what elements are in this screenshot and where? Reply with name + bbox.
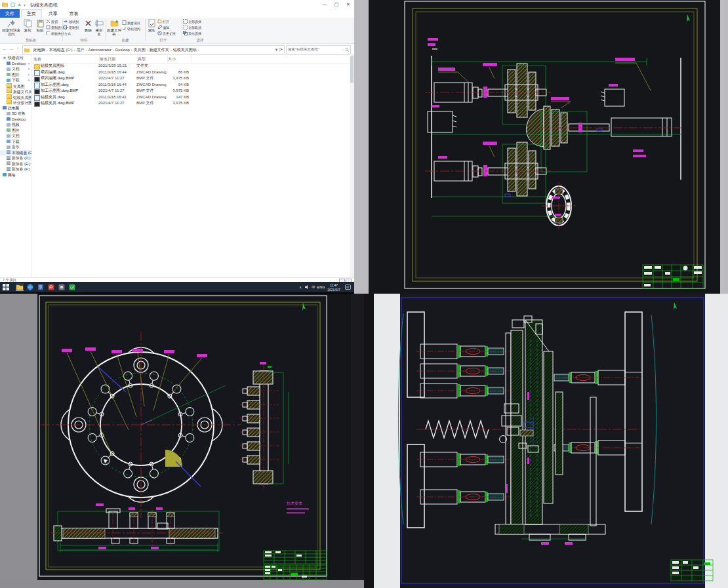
item-icon <box>7 167 10 171</box>
search-input[interactable] <box>287 46 344 52</box>
breadcrumb-item[interactable]: Administrator <box>87 46 112 54</box>
tab-home[interactable]: 主页 <box>21 9 42 18</box>
scrollbar-thumb[interactable] <box>350 56 354 83</box>
maximize-button[interactable]: ▢ <box>331 0 342 9</box>
breadcrumb-item[interactable]: 用户 <box>75 46 85 54</box>
sidebar-item[interactable]: 下载✦ <box>0 77 31 83</box>
file-row[interactable]: 双四油嘴.dwg.BMP 2021/4/7 11:27 BMP 文件 3,975… <box>31 75 350 82</box>
sidebar-item[interactable]: 新加卷 (D:) <box>0 155 31 161</box>
sidebar-quick-access-header[interactable]: 快速访问 <box>0 55 31 61</box>
clock[interactable]: 11:47 2021/4/7 <box>325 282 342 294</box>
tray-chevron-icon[interactable]: ∧ <box>298 282 303 292</box>
ribbon-group-open: 属性 打开 编辑 历史记录 打开 <box>146 18 180 43</box>
sidebar-item[interactable]: 文档✦ <box>0 66 31 72</box>
file-row[interactable]: 钻模夹具.dwg 2011/3/18 16:41 ZWCAD Drawing 1… <box>31 94 350 101</box>
refresh-icon[interactable]: ⟳ <box>279 47 283 52</box>
up-button[interactable]: ↑ <box>14 45 21 53</box>
taskbar-explorer-icon[interactable] <box>16 283 24 291</box>
breadcrumb-item[interactable]: 此电脑 <box>32 46 47 54</box>
sidebar-item[interactable]: 图片✦ <box>0 72 31 78</box>
quick-access-toolbar-icon[interactable] <box>10 2 15 7</box>
sidebar-item[interactable]: 新建文件夹 <box>0 88 31 94</box>
sidebar-item[interactable]: 新加卷 (E:) <box>0 161 31 167</box>
sidebar-item[interactable]: Desktop <box>0 117 31 123</box>
delete-button[interactable]: 删除 <box>83 18 93 32</box>
easy-access-button[interactable]: 轻松访问 <box>122 26 144 32</box>
address-dropdown-icon[interactable]: ▾ <box>275 47 278 52</box>
move-to-button[interactable]: 移动到 <box>64 19 83 25</box>
sidebar-item[interactable]: 新加卷 (F:) <box>0 167 31 172</box>
sidebar-item[interactable]: 本地磁盘 (C:) <box>0 150 31 156</box>
start-button[interactable] <box>2 283 10 291</box>
file-name: 钻模夹具.dwg.BMP <box>41 100 98 107</box>
breadcrumb-item[interactable]: 钻模夹具图纸 <box>172 46 198 54</box>
file-row[interactable]: 加工示意图.dwg 2011/3/18 16:44 ZWCAD Drawing … <box>31 82 350 88</box>
search-box[interactable] <box>286 45 351 54</box>
item-label: 下载 <box>12 78 20 82</box>
breadcrumb-item[interactable]: 夹具图 <box>132 46 147 54</box>
copy-button[interactable]: 复制 <box>22 18 33 32</box>
taskbar-red-app-icon[interactable] <box>47 283 55 291</box>
column-header-size[interactable]: 大小 <box>166 55 192 63</box>
back-button[interactable]: ← <box>1 45 8 53</box>
taskbar-document-app-icon[interactable] <box>37 283 45 291</box>
file-row[interactable]: 钻模夹具图纸 2021/3/29 15:21 文件夹 <box>31 63 350 69</box>
item-icon <box>7 73 10 76</box>
breadcrumb-item[interactable]: 本地磁盘 (C:) <box>48 46 74 54</box>
open-button[interactable]: 打开 <box>157 19 180 25</box>
language-indicator[interactable]: ENG <box>317 282 325 292</box>
button-label: 复制 <box>24 28 31 32</box>
minimize-button[interactable]: — <box>319 0 331 9</box>
copy-to-button[interactable]: 复制到 <box>64 25 83 31</box>
column-header-date[interactable]: 修改日期 <box>98 55 138 63</box>
forward-button[interactable]: → <box>8 45 14 53</box>
column-header-type[interactable]: 类型 <box>136 55 168 63</box>
file-row[interactable]: 双四油嘴.dwg 2011/3/18 16:44 ZWCAD Drawing 8… <box>31 69 350 76</box>
edit-button[interactable]: 编辑 <box>157 25 180 31</box>
tab-file[interactable]: 文件 <box>0 9 20 18</box>
file-row[interactable]: 加工示意图.dwg.BMP 2021/4/7 11:27 BMP 文件 3,97… <box>31 88 350 94</box>
tab-view[interactable]: 查看 <box>64 9 83 18</box>
sidebar-item[interactable]: 下载 <box>0 139 31 145</box>
notification-center-icon[interactable] <box>345 284 351 290</box>
sidebar-item[interactable]: Desktop✦ <box>0 61 31 67</box>
sidebar-item[interactable]: 夹具图 <box>0 83 31 89</box>
file-row[interactable]: 钻模夹具.dwg.BMP 2021/4/7 11:27 BMP 文件 3,975… <box>31 100 350 107</box>
breadcrumb-item[interactable]: Desktop <box>114 46 131 54</box>
volume-icon[interactable] <box>305 285 310 289</box>
select-all-button[interactable]: 全部选择 <box>183 19 217 25</box>
title-bar[interactable]: ▾ 钻模夹具图纸 — ▢ ✕ <box>0 0 354 10</box>
sidebar-network[interactable]: 网络 <box>0 172 31 178</box>
new-folder-button[interactable]: 新建文件夹 <box>107 18 121 36</box>
item-label: 图片 <box>12 73 20 77</box>
sidebar-item[interactable]: 3D 对象 <box>0 111 31 117</box>
sidebar-item[interactable]: 音乐 <box>0 144 31 150</box>
new-item-button[interactable]: 新建项目 <box>122 20 144 26</box>
sidebar-item[interactable]: 文档 <box>0 133 31 139</box>
tab-share[interactable]: 共享 <box>43 9 63 18</box>
breadcrumb-item[interactable]: 新建文件夹 <box>148 46 171 54</box>
select-none-button[interactable]: 全部取消 <box>183 25 217 31</box>
sidebar-item[interactable]: 毕业设计图纸 <box>0 100 31 106</box>
paste-button[interactable]: 粘贴 <box>34 18 46 32</box>
sidebar-item[interactable]: 钻模夹具图纸 <box>0 94 31 100</box>
scrollbar[interactable] <box>350 55 354 277</box>
column-header-name[interactable]: 名称 <box>31 55 100 63</box>
ime-indicator[interactable]: 中 <box>311 282 316 292</box>
taskbar-green-app-icon[interactable] <box>68 283 76 291</box>
taskbar-browser-icon[interactable] <box>26 283 34 291</box>
group-divider <box>62 19 63 41</box>
sidebar-this-pc-header[interactable]: 此电脑 <box>0 106 31 111</box>
history-button[interactable]: 历史记录 <box>157 31 180 37</box>
taskbar-gray-app-icon[interactable] <box>58 283 66 291</box>
sidebar-item[interactable]: 视频 <box>0 122 31 128</box>
pin-to-quick-access-button[interactable]: 固定到快速访问 <box>1 18 21 36</box>
rename-button[interactable]: 重命名 <box>94 18 104 36</box>
qat-dropdown-icon[interactable]: ▾ <box>24 3 26 7</box>
quick-access-toolbar-icon[interactable] <box>17 2 22 7</box>
close-button[interactable]: ✕ <box>342 0 354 9</box>
address-bar[interactable]: 此电脑›本地磁盘 (C:)›用户›Administrator›Desktop›夹… <box>22 45 285 54</box>
properties-button[interactable]: 属性 <box>146 18 157 32</box>
invert-selection-button[interactable]: 反向选择 <box>183 31 217 37</box>
sidebar-item[interactable]: 图片 <box>0 128 31 134</box>
